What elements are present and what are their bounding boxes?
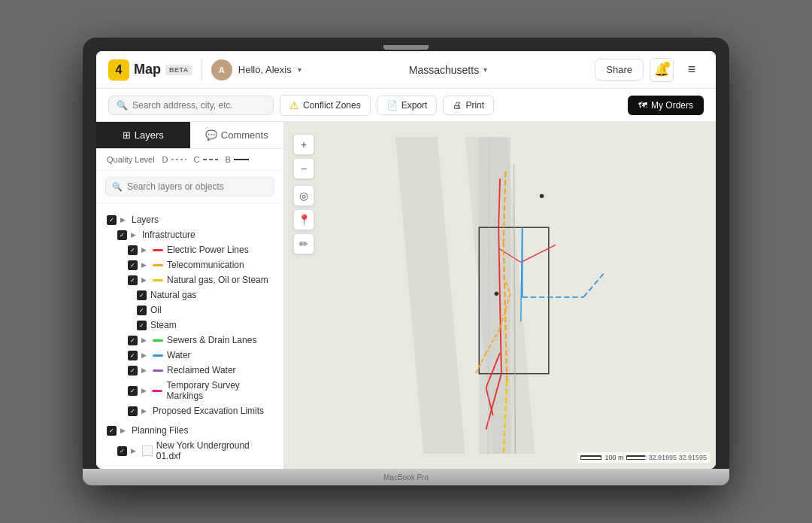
telecom-checkbox[interactable]: [128, 260, 138, 270]
svg-point-25: [495, 291, 499, 296]
quality-d: D: [162, 155, 186, 164]
location-selector[interactable]: Massachusetts ▾: [409, 64, 487, 76]
oil-row: Oil: [107, 303, 273, 318]
telecom-expand-icon[interactable]: ▶: [141, 261, 149, 269]
planning-row: ▶ Planning Files: [107, 423, 273, 438]
export-button[interactable]: 📄 Export: [377, 96, 438, 115]
excavation-label: Proposed Excavation Limits: [153, 406, 264, 416]
layers-expand-icon[interactable]: ▶: [120, 216, 128, 223]
warning-icon: ⚠: [289, 99, 299, 111]
header-actions: Share 🔔 ≡: [595, 58, 704, 82]
sidebar-search-input[interactable]: 🔍: [105, 177, 274, 196]
user-area[interactable]: A Hello, Alexis ▾: [211, 59, 301, 81]
oil-checkbox[interactable]: [137, 306, 147, 315]
svg-point-26: [540, 194, 544, 199]
geolocate-button[interactable]: ◎: [293, 185, 314, 206]
search-bar[interactable]: 🔍: [108, 96, 274, 115]
water-color: [153, 354, 163, 357]
zoom-in-button[interactable]: +: [293, 134, 314, 155]
survey-label: Temporary Survey Markings: [166, 380, 273, 401]
infrastructure-checkbox[interactable]: [117, 230, 127, 240]
tab-layers[interactable]: ⊞ Layers: [96, 122, 190, 148]
planning-expand-icon[interactable]: ▶: [120, 427, 128, 434]
reclaimed-expand-icon[interactable]: ▶: [141, 366, 149, 374]
natural-gas-label: Natural gas: [150, 290, 196, 300]
user-greeting: Hello, Alexis: [238, 64, 292, 75]
print-icon: 🖨: [453, 100, 462, 111]
survey-color: [152, 390, 162, 392]
water-expand-icon[interactable]: ▶: [141, 351, 149, 359]
survey-expand-icon[interactable]: ▶: [141, 387, 148, 394]
telecom-color: [153, 264, 163, 266]
quality-d-line: [171, 159, 186, 160]
reclaimed-checkbox[interactable]: [128, 366, 138, 376]
beta-badge: BETA: [165, 65, 192, 75]
search-input[interactable]: [132, 100, 253, 111]
laptop-brand: MacBook Pro: [383, 473, 429, 482]
conflict-zones-label: Conflict Zones: [303, 100, 361, 111]
zoom-out-button[interactable]: −: [293, 158, 314, 179]
steam-label: Steam: [150, 320, 177, 330]
my-orders-button[interactable]: 🗺 My Orders: [628, 96, 704, 115]
water-checkbox[interactable]: [128, 351, 138, 360]
survey-row: ▶ Temporary Survey Markings: [107, 378, 273, 403]
gas-color: [153, 279, 163, 281]
natural-gas-checkbox[interactable]: [137, 290, 147, 300]
laptop-base: MacBook Pro: [83, 469, 729, 485]
oil-label: Oil: [150, 305, 162, 315]
electric-row: ▶ Electric Power Lines: [107, 242, 273, 257]
sidebar-search-icon: 🔍: [112, 182, 123, 192]
electric-checkbox[interactable]: [128, 245, 138, 255]
excavation-checkbox[interactable]: [128, 406, 138, 416]
pin-button[interactable]: 📍: [293, 209, 314, 230]
water-row: ▶ Water: [107, 348, 273, 363]
map-area[interactable]: + − ◎ 📍 ✏ 100 m 500 ft: [284, 122, 716, 469]
planning-checkbox[interactable]: [107, 426, 117, 436]
sewers-checkbox[interactable]: [128, 336, 138, 345]
ny-checkbox[interactable]: [117, 446, 127, 456]
export-icon: 📄: [386, 100, 398, 111]
gas-expand-icon[interactable]: ▶: [141, 276, 149, 284]
layer-tree: ▶ Layers ▶ Infrastructure: [96, 203, 283, 469]
layers-checkbox[interactable]: [107, 215, 117, 225]
excavation-row: ▶ Proposed Excavation Limits: [107, 403, 273, 418]
infrastructure-row: ▶ Infrastructure: [107, 227, 273, 242]
orders-icon: 🗺: [638, 100, 647, 111]
ny-expand-icon[interactable]: ▶: [131, 447, 138, 455]
infrastructure-label: Infrastructure: [142, 230, 195, 240]
electric-label: Electric Power Lines: [167, 245, 249, 255]
edit-button[interactable]: ✏: [293, 233, 314, 254]
quality-c: C: [194, 155, 218, 164]
steam-checkbox[interactable]: [137, 321, 147, 330]
layers-root-row: ▶ Layers: [107, 212, 273, 227]
excavation-expand-icon[interactable]: ▶: [141, 407, 149, 415]
electric-color: [153, 249, 163, 251]
menu-button[interactable]: ≡: [680, 58, 704, 82]
quality-c-label: C: [194, 155, 200, 164]
notification-button[interactable]: 🔔: [650, 58, 674, 82]
survey-checkbox[interactable]: [128, 386, 138, 396]
sewers-expand-icon[interactable]: ▶: [141, 336, 149, 344]
location-chevron-icon: ▾: [483, 65, 487, 74]
scale-100m: [580, 455, 601, 460]
ny-label: New York Underground 01.dxf: [156, 440, 273, 461]
sidebar-tabs: ⊞ Layers 💬 Comments: [96, 122, 283, 149]
user-chevron-icon: ▾: [298, 65, 301, 74]
reclaimed-label: [167, 365, 236, 376]
sewers-label: Sewers & Drain Lanes: [167, 335, 256, 345]
toolbar: 🔍 ⚠ Conflict Zones 📄 Export 🖨 Print: [96, 89, 716, 122]
water-label: Water: [167, 350, 191, 360]
gas-checkbox[interactable]: [128, 275, 138, 285]
header-divider: [201, 59, 202, 81]
share-button[interactable]: Share: [595, 59, 644, 81]
conflict-zones-button[interactable]: ⚠ Conflict Zones: [280, 95, 371, 116]
gas-row: ▶ Natural gas, Oil or Steam: [107, 272, 273, 287]
infrastructure-expand-icon[interactable]: ▶: [131, 231, 138, 239]
logo-icon: 4: [108, 59, 129, 81]
search-icon: 🔍: [117, 100, 128, 111]
sidebar-search-field[interactable]: [127, 181, 268, 192]
tab-comments[interactable]: 💬 Comments: [190, 122, 284, 148]
print-button[interactable]: 🖨 Print: [443, 96, 494, 115]
quality-d-label: D: [162, 155, 168, 164]
electric-expand-icon[interactable]: ▶: [141, 246, 149, 254]
